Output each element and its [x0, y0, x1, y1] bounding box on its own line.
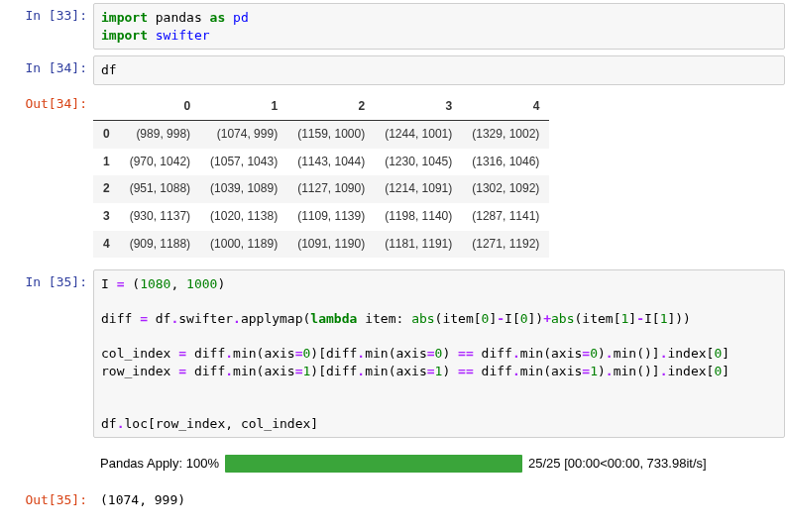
operator: ==	[458, 364, 474, 378]
code-text: min(axis	[520, 346, 583, 361]
code-input[interactable]: df	[93, 55, 785, 85]
code-text: I	[101, 276, 117, 291]
cell-value: (1302, 1092)	[462, 175, 549, 203]
operator: =	[582, 364, 590, 378]
number: 1	[590, 364, 598, 378]
cell-value: (1181, 1191)	[375, 231, 462, 259]
empty-prompt	[0, 444, 93, 454]
col-header: 4	[462, 93, 549, 121]
number: 1000	[186, 276, 217, 291]
code-text: pandas	[148, 10, 210, 25]
row-index: 3	[93, 203, 120, 231]
code-text: diff	[474, 346, 512, 361]
table-row: 1 (970, 1042) (1057, 1043) (1143, 1044) …	[93, 149, 549, 176]
code-text: ]	[722, 346, 729, 361]
output-cell-34: Out[34]: 0 1 2 3 4 0 (989, 998) (1074, 9…	[0, 88, 785, 267]
operator: -	[636, 311, 644, 326]
cell-value: (1198, 1140)	[375, 203, 462, 231]
builtin-abs: abs	[411, 311, 434, 326]
dataframe-output: 0 1 2 3 4 0 (989, 998) (1074, 999) (1159…	[93, 91, 785, 265]
row-index: 2	[93, 175, 120, 203]
cell-value: (1039, 1089)	[200, 175, 287, 203]
code-text: swifter	[178, 311, 233, 326]
cell-value: (1000, 1189)	[200, 231, 287, 259]
builtin-abs: abs	[551, 311, 574, 326]
cell-value: (930, 1137)	[120, 203, 200, 231]
table-row: 4 (909, 1188) (1000, 1189) (1091, 1190) …	[93, 231, 549, 259]
cell-value: (1057, 1043)	[200, 149, 287, 176]
code-text: ]))	[667, 311, 690, 326]
cell-value: (1271, 1192)	[462, 231, 549, 259]
operator: .	[512, 364, 520, 378]
cell-value: (1127, 1090)	[287, 175, 375, 203]
cell-value: (1109, 1139)	[287, 203, 375, 231]
code-input[interactable]: I = (1080, 1000) diff = df.swifter.apply…	[93, 269, 785, 438]
operator: =	[582, 346, 590, 361]
code-input[interactable]: import pandas as pd import swifter	[93, 3, 785, 50]
progress-bar	[225, 455, 522, 473]
code-text: index[	[667, 346, 714, 361]
cell-value: (989, 998)	[120, 121, 200, 149]
code-text: loc[row_index, col_index]	[124, 416, 318, 431]
code-text: ,	[170, 276, 186, 291]
cell-value: (951, 1088)	[120, 175, 200, 203]
number: 1080	[140, 276, 170, 291]
code-text: df	[101, 62, 117, 77]
cell-value: (909, 1188)	[120, 231, 200, 259]
code-text: min(axis	[233, 346, 295, 361]
code-cell-35: In [35]: I = (1080, 1000) diff = df.swif…	[0, 266, 785, 441]
corner-cell	[93, 93, 120, 121]
col-header: 1	[200, 93, 287, 121]
progress-label-left: Pandas Apply: 100%	[100, 456, 219, 473]
alias: pd	[225, 10, 248, 25]
keyword-as: as	[210, 10, 226, 25]
operator: ==	[458, 346, 474, 361]
operator: -	[497, 311, 505, 326]
operator: .	[357, 346, 365, 361]
col-header: 3	[375, 93, 462, 121]
table-header: 0 1 2 3 4	[93, 93, 549, 121]
code-text: I[	[505, 311, 520, 326]
output-cell-35: Out[35]: (1074, 999)	[0, 484, 785, 517]
code-text: (	[124, 276, 140, 291]
operator: =	[295, 346, 303, 361]
cell-value: (1316, 1046)	[462, 149, 549, 176]
code-text: diff	[474, 364, 512, 378]
operator: .	[606, 364, 614, 378]
code-text: min(axis	[365, 346, 427, 361]
dataframe-table: 0 1 2 3 4 0 (989, 998) (1074, 999) (1159…	[93, 93, 549, 259]
operator: .	[512, 346, 520, 361]
output-text: (1074, 999)	[93, 487, 785, 514]
col-header: 0	[120, 93, 200, 121]
number: 0	[520, 311, 528, 326]
progress-label-right: 25/25 [00:00<00:00, 733.98it/s]	[528, 456, 707, 473]
row-index: 4	[93, 231, 120, 259]
progress-output: Pandas Apply: 100% 25/25 [00:00<00:00, 7…	[0, 441, 785, 484]
cell-value: (1143, 1044)	[287, 149, 375, 176]
code-text: col_index	[101, 346, 178, 361]
code-text: item:	[357, 311, 411, 326]
cell-value: (1214, 1091)	[375, 175, 462, 203]
code-text: )	[598, 346, 606, 361]
keyword-import: import	[101, 10, 148, 25]
table-row: 3 (930, 1137) (1020, 1138) (1109, 1139) …	[93, 203, 549, 231]
input-prompt: In [34]:	[0, 55, 93, 82]
module-name: swifter	[148, 28, 210, 43]
cell-value: (1091, 1190)	[287, 231, 375, 259]
code-text: (item[	[575, 311, 621, 326]
row-index: 0	[93, 121, 120, 149]
progress-area: Pandas Apply: 100% 25/25 [00:00<00:00, 7…	[93, 444, 785, 481]
table-row: 0 (989, 998) (1074, 999) (1159, 1000) (1…	[93, 121, 549, 149]
code-text: ])	[528, 311, 544, 326]
code-text: )	[442, 364, 458, 378]
code-text: min()]	[614, 346, 660, 361]
keyword-import: import	[101, 28, 148, 43]
operator: .	[225, 364, 233, 378]
operator: .	[606, 346, 614, 361]
cell-value: (1020, 1138)	[200, 203, 287, 231]
code-text: row_index	[101, 364, 178, 378]
operator: =	[140, 311, 148, 326]
cell-value: (1159, 1000)	[287, 121, 375, 149]
cell-value: (1244, 1001)	[375, 121, 462, 149]
output-prompt: Out[34]:	[0, 91, 93, 118]
